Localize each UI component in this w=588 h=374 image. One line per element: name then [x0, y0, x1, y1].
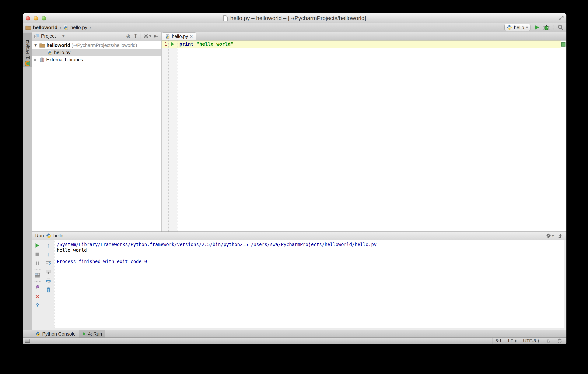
gutter-separator — [168, 41, 169, 232]
tree-row-hello-py[interactable]: hello.py — [32, 49, 161, 56]
close-button[interactable]: × — [34, 293, 41, 300]
toolwindow-run-tab[interactable]: 4: Run — [79, 330, 105, 337]
main-area: 1: Project — [23, 32, 567, 330]
project-view-icon — [34, 34, 39, 39]
pycharm-window: hello.py – helloworld – [~/PycharmProjec… — [23, 13, 567, 344]
run-toolwindow: Run hello — [32, 232, 567, 330]
traffic-lights — [26, 16, 46, 21]
project-panel-header-icons: ⊕ ↧ — [126, 33, 158, 39]
expanded-arrow-icon[interactable]: ▼ — [33, 43, 38, 47]
run-configuration-select[interactable]: hello ▾ — [504, 24, 530, 31]
hide-panel-icon[interactable]: ⇤ — [154, 33, 158, 39]
project-toolwindow-tab[interactable]: 1: Project — [23, 33, 32, 67]
zoom-window-button[interactable] — [42, 16, 46, 21]
caret-position: 5:1 — [495, 338, 502, 343]
close-window-button[interactable] — [26, 16, 30, 21]
project-panel: Project ▾ ⊕ ↧ — [32, 32, 162, 232]
run-button[interactable] — [534, 24, 540, 31]
tree-row-helloworld[interactable]: ▼ helloworld (~/PycharmProjects/hellowor… — [32, 42, 161, 49]
fullscreen-icon[interactable] — [558, 15, 565, 21]
python-file-icon — [165, 34, 170, 39]
soft-wrap-button[interactable] — [45, 260, 52, 267]
collapsed-arrow-icon[interactable]: ▶ — [33, 57, 38, 62]
chevron-down-icon: ▾ — [526, 25, 528, 30]
project-view-label: Project — [41, 33, 56, 39]
tab-close-icon[interactable]: × — [190, 34, 193, 39]
lock-icon[interactable] — [543, 338, 554, 344]
code-keyword: print — [179, 41, 196, 47]
pycharm-logo-icon — [24, 61, 30, 66]
help-button[interactable]: ? — [34, 302, 41, 309]
pause-button[interactable] — [34, 260, 41, 267]
clear-console-icon[interactable] — [45, 287, 52, 293]
project-view-select[interactable]: Project ▾ — [34, 33, 64, 39]
pin-icon[interactable] — [34, 284, 41, 291]
console-action-toolbar: ↑ ↓ — [43, 240, 54, 330]
toolwindow-toggle-icon[interactable] — [25, 339, 30, 343]
encoding-value: UTF-8 — [523, 338, 536, 343]
toolbar-separator — [34, 269, 41, 269]
window-title-group: hello.py – helloworld – [~/PycharmProjec… — [223, 13, 366, 23]
toolbar-separator — [554, 25, 554, 30]
editor-area: hello.py × 1 print "hello world" — [162, 32, 567, 232]
console-line-exit: Process finished with exit code 0 — [57, 259, 562, 264]
tree-item-path: (~/PycharmProjects/helloworld) — [70, 43, 137, 48]
down-stacktrace-button[interactable]: ↓ — [45, 251, 52, 257]
toolbar-separator — [34, 281, 41, 282]
minimize-window-button[interactable] — [34, 16, 38, 21]
up-stacktrace-button[interactable]: ↑ — [45, 242, 52, 249]
tree-item-label: External Libraries — [46, 57, 83, 63]
scroll-to-end-button[interactable] — [45, 269, 52, 275]
run-toolwindow-title: Run — [35, 233, 44, 238]
chevron-right-icon: › — [89, 25, 91, 30]
content-column: Project ▾ ⊕ ↧ — [32, 32, 567, 330]
line-separator-value: LF — [508, 338, 513, 343]
run-header-icons: ▾ — [546, 233, 563, 238]
console-output[interactable]: /System/Library/Frameworks/Python.framew… — [54, 240, 564, 328]
restore-layout-icon[interactable] — [34, 272, 41, 279]
settings-icon[interactable]: ▾ — [546, 233, 554, 238]
stop-button[interactable] — [34, 251, 41, 257]
gutter-separator — [177, 41, 178, 232]
line-number[interactable]: 1 — [162, 41, 167, 48]
text-caret — [178, 42, 179, 47]
updown-arrows-icon: ▲▼ — [537, 339, 540, 343]
collapse-all-icon[interactable]: ↧ — [133, 33, 138, 39]
run-config-name: hello — [53, 233, 63, 238]
code-line[interactable]: print "hello world" — [178, 41, 233, 48]
print-button[interactable] — [45, 278, 52, 284]
caret-position-widget[interactable]: 5:1 — [492, 338, 505, 344]
rerun-button[interactable] — [34, 242, 41, 249]
dock-pin-icon[interactable] — [558, 233, 563, 238]
editor-tab-hello-py[interactable]: hello.py × — [162, 32, 196, 40]
python-file-icon — [63, 25, 68, 30]
line-separator-select[interactable]: LF ▲▼ — [505, 338, 520, 344]
toolwindow-bar: Python Console 4: Run — [23, 330, 567, 337]
window-title: hello.py – helloworld – [~/PycharmProjec… — [230, 15, 366, 21]
project-panel-header: Project ▾ ⊕ ↧ — [32, 32, 161, 41]
toolwindow-label: 4: Run — [88, 331, 102, 337]
search-icon[interactable] — [557, 24, 564, 31]
toolwindow-python-console[interactable]: Python Console — [32, 330, 79, 337]
breadcrumb-item-hello-py[interactable]: hello.py — [70, 25, 87, 31]
hector-inspector-icon[interactable] — [554, 338, 567, 344]
settings-icon[interactable]: ▾ — [143, 33, 151, 39]
console-line-command: /System/Library/Frameworks/Python.framew… — [57, 242, 562, 247]
editor-body[interactable]: 1 print "hello world" — [162, 41, 567, 232]
locate-source-icon[interactable]: ⊕ — [126, 33, 131, 39]
project-tree: ▼ helloworld (~/PycharmProjects/hellowor… — [32, 41, 161, 232]
breadcrumb-item-helloworld[interactable]: helloworld — [33, 25, 58, 31]
python-file-icon — [47, 50, 52, 55]
tree-row-external-libraries[interactable]: ▶ External Libraries — [32, 56, 161, 63]
run-line-icon[interactable] — [170, 42, 175, 47]
encoding-select[interactable]: UTF-8 ▲▼ — [520, 338, 543, 344]
inspection-status-square[interactable] — [561, 43, 566, 47]
python-console-icon — [35, 331, 41, 337]
debug-button[interactable] — [543, 24, 550, 31]
chevron-down-icon: ▾ — [63, 34, 64, 39]
updown-arrows-icon: ▲▼ — [514, 339, 517, 343]
console-line-stdout: hello world — [57, 247, 562, 253]
tree-item-label: hello.py — [54, 50, 70, 55]
run-control-toolbar: × ? — [32, 240, 43, 330]
code-string: "hello world" — [196, 41, 233, 47]
